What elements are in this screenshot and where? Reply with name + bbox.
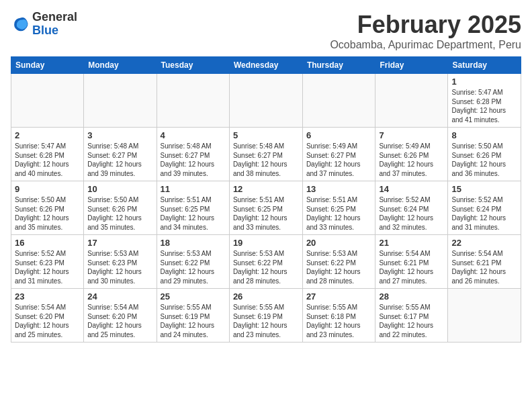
day-number: 7 [379,130,444,140]
day-info: Sunrise: 5:54 AM Sunset: 6:20 PM Dayligh… [87,303,152,339]
table-row: 17Sunrise: 5:53 AM Sunset: 6:23 PM Dayli… [84,235,157,289]
day-info: Sunrise: 5:54 AM Sunset: 6:20 PM Dayligh… [15,303,80,339]
day-number: 3 [87,130,152,140]
day-info: Sunrise: 5:47 AM Sunset: 6:28 PM Dayligh… [451,88,517,124]
table-row: 10Sunrise: 5:50 AM Sunset: 6:26 PM Dayli… [84,181,157,235]
table-row: 24Sunrise: 5:54 AM Sunset: 6:20 PM Dayli… [84,289,157,342]
table-row: 3Sunrise: 5:48 AM Sunset: 6:27 PM Daylig… [84,128,157,181]
table-row: 26Sunrise: 5:55 AM Sunset: 6:19 PM Dayli… [229,289,302,342]
header: General Blue February 2025 Ocobamba, Apu… [11,11,521,51]
table-row: 1Sunrise: 5:47 AM Sunset: 6:28 PM Daylig… [448,74,521,128]
logo-icon [11,15,30,34]
day-number: 11 [161,184,226,194]
day-number: 2 [15,130,80,140]
day-number: 22 [451,238,517,248]
day-info: Sunrise: 5:52 AM Sunset: 6:24 PM Dayligh… [451,195,517,232]
day-number: 23 [15,291,80,302]
day-info: Sunrise: 5:52 AM Sunset: 6:23 PM Dayligh… [15,249,80,285]
location-title: Ocobamba, Apurimac Department, Peru [330,39,521,51]
table-row: 15Sunrise: 5:52 AM Sunset: 6:24 PM Dayli… [448,181,521,235]
day-number: 18 [161,238,226,248]
day-info: Sunrise: 5:53 AM Sunset: 6:22 PM Dayligh… [161,249,226,285]
day-info: Sunrise: 5:50 AM Sunset: 6:26 PM Dayligh… [15,195,80,232]
day-number: 28 [379,291,444,302]
table-row: 16Sunrise: 5:52 AM Sunset: 6:23 PM Dayli… [11,235,84,289]
col-tuesday: Tuesday [157,57,229,74]
table-row: 27Sunrise: 5:55 AM Sunset: 6:18 PM Dayli… [302,289,375,342]
table-row: 21Sunrise: 5:54 AM Sunset: 6:21 PM Dayli… [375,235,448,289]
calendar-week-row: 16Sunrise: 5:52 AM Sunset: 6:23 PM Dayli… [11,235,521,289]
day-number: 27 [306,291,372,302]
day-number: 20 [306,238,372,248]
logo: General Blue [11,11,77,38]
day-number: 25 [161,291,226,302]
day-info: Sunrise: 5:50 AM Sunset: 6:26 PM Dayligh… [451,142,517,178]
day-info: Sunrise: 5:48 AM Sunset: 6:27 PM Dayligh… [233,142,299,178]
table-row [448,289,521,342]
table-row: 4Sunrise: 5:48 AM Sunset: 6:27 PM Daylig… [157,128,229,181]
day-number: 14 [379,184,444,194]
day-number: 9 [15,184,80,194]
day-info: Sunrise: 5:49 AM Sunset: 6:27 PM Dayligh… [306,142,372,178]
day-number: 6 [306,130,372,140]
table-row: 13Sunrise: 5:51 AM Sunset: 6:25 PM Dayli… [302,181,375,235]
table-row: 20Sunrise: 5:53 AM Sunset: 6:22 PM Dayli… [302,235,375,289]
day-number: 10 [87,184,152,194]
col-sunday: Sunday [11,57,84,74]
table-row: 2Sunrise: 5:47 AM Sunset: 6:28 PM Daylig… [11,128,84,181]
day-number: 24 [87,291,152,302]
day-number: 19 [233,238,299,248]
col-monday: Monday [84,57,157,74]
table-row: 19Sunrise: 5:53 AM Sunset: 6:22 PM Dayli… [229,235,302,289]
day-number: 26 [233,291,299,302]
calendar-header-row: Sunday Monday Tuesday Wednesday Thursday… [11,57,521,74]
logo-general: General [32,11,77,24]
table-row: 14Sunrise: 5:52 AM Sunset: 6:24 PM Dayli… [375,181,448,235]
day-info: Sunrise: 5:55 AM Sunset: 6:19 PM Dayligh… [161,303,226,339]
table-row [11,74,84,128]
calendar-week-row: 23Sunrise: 5:54 AM Sunset: 6:20 PM Dayli… [11,289,521,342]
table-row: 18Sunrise: 5:53 AM Sunset: 6:22 PM Dayli… [157,235,229,289]
day-number: 12 [233,184,299,194]
table-row: 28Sunrise: 5:55 AM Sunset: 6:17 PM Dayli… [375,289,448,342]
day-info: Sunrise: 5:49 AM Sunset: 6:26 PM Dayligh… [379,142,444,178]
day-info: Sunrise: 5:51 AM Sunset: 6:25 PM Dayligh… [306,195,372,232]
day-info: Sunrise: 5:54 AM Sunset: 6:21 PM Dayligh… [451,249,517,285]
table-row [84,74,157,128]
col-wednesday: Wednesday [229,57,302,74]
table-row: 11Sunrise: 5:51 AM Sunset: 6:25 PM Dayli… [157,181,229,235]
table-row [302,74,375,128]
day-number: 16 [15,238,80,248]
table-row: 23Sunrise: 5:54 AM Sunset: 6:20 PM Dayli… [11,289,84,342]
day-info: Sunrise: 5:55 AM Sunset: 6:19 PM Dayligh… [233,303,299,339]
day-number: 8 [451,130,517,140]
calendar-week-row: 1Sunrise: 5:47 AM Sunset: 6:28 PM Daylig… [11,74,521,128]
day-info: Sunrise: 5:48 AM Sunset: 6:27 PM Dayligh… [161,142,226,178]
day-info: Sunrise: 5:53 AM Sunset: 6:23 PM Dayligh… [87,249,152,285]
table-row: 7Sunrise: 5:49 AM Sunset: 6:26 PM Daylig… [375,128,448,181]
table-row: 8Sunrise: 5:50 AM Sunset: 6:26 PM Daylig… [448,128,521,181]
title-area: February 2025 Ocobamba, Apurimac Departm… [330,11,521,51]
calendar-table: Sunday Monday Tuesday Wednesday Thursday… [11,56,521,342]
calendar-week-row: 2Sunrise: 5:47 AM Sunset: 6:28 PM Daylig… [11,128,521,181]
day-number: 5 [233,130,299,140]
day-info: Sunrise: 5:53 AM Sunset: 6:22 PM Dayligh… [306,249,372,285]
day-number: 13 [306,184,372,194]
table-row: 12Sunrise: 5:51 AM Sunset: 6:25 PM Dayli… [229,181,302,235]
table-row [229,74,302,128]
table-row [375,74,448,128]
table-row: 6Sunrise: 5:49 AM Sunset: 6:27 PM Daylig… [302,128,375,181]
day-info: Sunrise: 5:48 AM Sunset: 6:27 PM Dayligh… [87,142,152,178]
col-saturday: Saturday [448,57,521,74]
calendar-week-row: 9Sunrise: 5:50 AM Sunset: 6:26 PM Daylig… [11,181,521,235]
day-info: Sunrise: 5:53 AM Sunset: 6:22 PM Dayligh… [233,249,299,285]
day-number: 17 [87,238,152,248]
day-info: Sunrise: 5:50 AM Sunset: 6:26 PM Dayligh… [87,195,152,232]
day-info: Sunrise: 5:47 AM Sunset: 6:28 PM Dayligh… [15,142,80,178]
day-info: Sunrise: 5:51 AM Sunset: 6:25 PM Dayligh… [233,195,299,232]
col-friday: Friday [375,57,448,74]
day-info: Sunrise: 5:54 AM Sunset: 6:21 PM Dayligh… [379,249,444,285]
day-number: 21 [379,238,444,248]
day-info: Sunrise: 5:55 AM Sunset: 6:18 PM Dayligh… [306,303,372,339]
table-row: 25Sunrise: 5:55 AM Sunset: 6:19 PM Dayli… [157,289,229,342]
